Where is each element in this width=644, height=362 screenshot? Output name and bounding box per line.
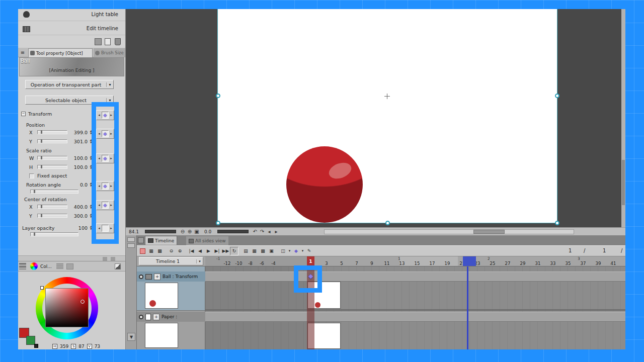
palette-menu-icon[interactable] [138, 237, 144, 243]
clip-end-marker-cell[interactable] [463, 256, 476, 266]
palette-menu-icon[interactable]: ≡ [19, 48, 27, 56]
layer-preview-ball[interactable] [145, 283, 178, 309]
collapse-transform-icon[interactable]: − [21, 112, 26, 116]
expand-track-icon[interactable]: + [154, 274, 160, 280]
w-scale-slider[interactable] [37, 156, 67, 160]
onion-skin-color-icon[interactable] [138, 247, 147, 255]
tab-brush-size[interactable]: Brush Size [94, 48, 125, 57]
go-to-end-icon[interactable]: ▶▶ [221, 247, 230, 255]
h-scale-slider[interactable] [37, 165, 67, 169]
canvas-horizontal-scrollbar[interactable] [324, 229, 574, 234]
canvas-viewport[interactable] [126, 9, 625, 227]
eye-icon[interactable] [139, 275, 143, 279]
chevron-down-icon[interactable]: ▾ [300, 247, 305, 255]
tab-all-sides-view[interactable]: All sides view [186, 236, 228, 245]
play-icon[interactable]: ▶ [204, 247, 213, 255]
track-header-paper[interactable]: + Paper : [137, 311, 205, 349]
rotate-cw-icon[interactable]: ↷ [259, 229, 266, 234]
panel-footer-icon[interactable] [103, 257, 107, 261]
go-to-start-icon[interactable]: |◀ [187, 247, 196, 255]
screen-icon[interactable]: ▣ [267, 247, 276, 255]
new-page-icon[interactable] [105, 38, 111, 45]
color-wheel-tab-icon[interactable] [30, 262, 38, 270]
track-paper-label[interactable]: Paper : [162, 314, 177, 319]
selection-handle-bottom-right[interactable] [555, 221, 559, 225]
scroll-right-icon[interactable]: ▸ [273, 229, 280, 234]
panel-grip-icon[interactable] [127, 237, 135, 242]
palette-stack-icon[interactable] [19, 263, 26, 269]
y-position-value[interactable]: 301.0 [67, 139, 88, 144]
timeline-selector-dropdown[interactable]: Timeline 1 ▾ [139, 257, 203, 265]
light-table-row[interactable]: Light table [18, 9, 125, 21]
selection-handle-bottom[interactable] [385, 221, 390, 225]
fixed-aspect-label[interactable]: Fixed aspect [37, 173, 67, 178]
track-header-ball[interactable]: + Ball : Transform [137, 266, 205, 311]
zoom-out-timeline-icon[interactable]: ⊖ [167, 247, 176, 255]
x-position-slider[interactable] [37, 130, 67, 134]
enable-keyframes-icon[interactable]: ◆ [292, 247, 300, 255]
playhead-frame-cell[interactable]: 1 [307, 256, 314, 266]
batch-settings-icon[interactable]: ▩ [259, 247, 267, 255]
track-bar-ball[interactable] [205, 272, 625, 282]
canvas-ball-object[interactable] [286, 146, 363, 223]
scrollbar-thumb[interactable] [622, 160, 625, 205]
film-palette-icon[interactable]: ▤ [242, 247, 250, 255]
tab-timeline[interactable]: Timeline [145, 236, 177, 245]
zoom-in-timeline-icon[interactable]: ⊕ [176, 247, 184, 255]
fixed-aspect-checkbox[interactable] [29, 173, 34, 178]
timeline-ruler[interactable]: Timeline 1 ▾ -1 1 2 3 -12-10-8-6-4 35791… [137, 256, 625, 266]
canvas-page[interactable] [218, 9, 557, 223]
track-ball-label[interactable]: Ball : Transform [163, 274, 198, 279]
scrollbar-thumb[interactable] [473, 230, 505, 234]
canvas-vertical-scrollbar[interactable] [621, 9, 625, 227]
center-y-slider[interactable] [37, 214, 67, 218]
zoom-out-icon[interactable]: ⊖ [179, 229, 186, 234]
edit-timeline-row[interactable]: Edit timeline [18, 23, 125, 35]
zoom-percent-value[interactable]: 84.1 [129, 229, 142, 234]
hue-marker[interactable] [40, 286, 44, 290]
chevron-down-icon[interactable]: ▾ [287, 247, 292, 255]
track-row-paper[interactable]: + Paper : [137, 312, 205, 322]
sv-marker[interactable] [80, 300, 85, 304]
x-position-value[interactable]: 399.0 [67, 130, 88, 135]
edit-keyframe-pencil-icon[interactable]: ✎ [305, 247, 313, 255]
zoom-in-icon[interactable]: ⊕ [186, 229, 193, 234]
transparent-operation-dropdown[interactable]: Operation of transparent part ▾ [25, 80, 114, 89]
track-row-ball[interactable]: + Ball : Transform [137, 272, 205, 282]
rotate-ccw-icon[interactable]: ↶ [252, 229, 259, 234]
h-scale-value[interactable]: 100.0 [67, 164, 88, 170]
panel-grip-icon[interactable] [127, 243, 135, 248]
new-timeline-icon[interactable]: ▦ [147, 247, 155, 255]
rotation-degree-value[interactable]: 0.0 [204, 229, 214, 234]
lock-icon[interactable] [95, 38, 102, 45]
color-slider-tab-icon[interactable] [56, 263, 63, 269]
trash-icon[interactable] [115, 38, 121, 45]
next-frame-icon[interactable]: ▶| [213, 247, 221, 255]
timeline-settings-icon[interactable]: ▩ [155, 247, 164, 255]
selection-handle-left[interactable] [216, 94, 220, 98]
center-x-value[interactable]: 400.0 [67, 204, 88, 210]
eye-icon[interactable] [139, 315, 143, 319]
zoom-slider[interactable] [145, 230, 176, 233]
selection-handle-right[interactable] [555, 94, 559, 98]
w-scale-value[interactable]: 100.0 [67, 155, 88, 161]
expand-track-icon[interactable]: + [153, 314, 159, 320]
color-wheel-tab-label[interactable]: Col... [40, 264, 52, 269]
center-x-slider[interactable] [37, 205, 67, 209]
rotation-angle-value[interactable]: 0.0 [67, 182, 88, 188]
layer-opacity-slider[interactable] [30, 232, 78, 236]
fit-to-screen-icon[interactable]: ▣ [193, 229, 200, 234]
color-set-tab-icon[interactable] [66, 263, 73, 269]
onion-skin-toggle-icon[interactable]: ◫ [279, 247, 287, 255]
cel-grid-icon[interactable]: ▦ [250, 247, 259, 255]
layer-opacity-value[interactable]: 100 [67, 225, 88, 231]
rotation-angle-slider[interactable] [30, 190, 78, 194]
previous-frame-icon[interactable]: ◀ [196, 247, 204, 255]
track-bar-paper[interactable] [205, 312, 625, 322]
scroll-left-icon[interactable]: ◂ [266, 229, 273, 234]
collapse-panel-icon[interactable]: ▼ [127, 333, 135, 341]
layer-preview-paper[interactable] [145, 323, 178, 348]
selection-handle-bottom-left[interactable] [216, 221, 220, 225]
transform-center-marker[interactable] [384, 94, 390, 99]
panel-corner-icon[interactable] [115, 263, 121, 269]
